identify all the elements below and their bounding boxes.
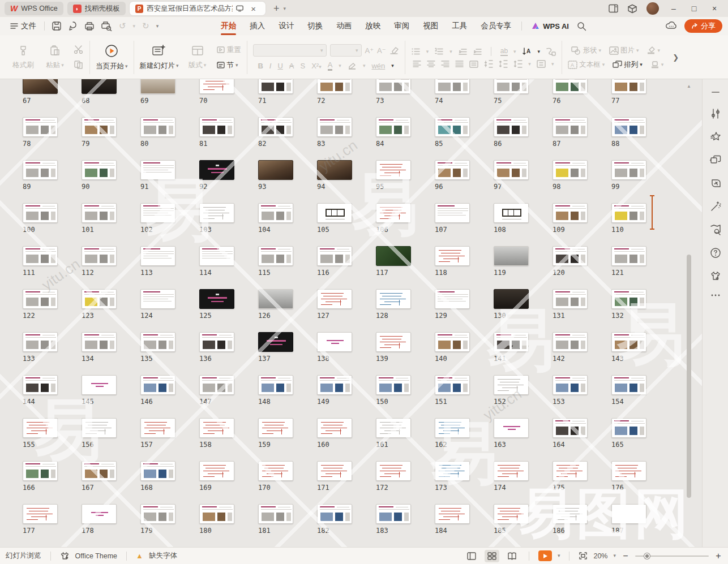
slide-thumbnail-cell[interactable]: 174 — [494, 461, 553, 504]
slide-thumbnail-cell[interactable]: 161 — [376, 418, 435, 461]
slide-thumbnail[interactable] — [611, 504, 646, 524]
slide-thumbnail[interactable] — [199, 160, 234, 180]
slide-thumbnail-cell[interactable]: 133 — [23, 332, 82, 375]
slide-thumbnail[interactable] — [258, 375, 293, 395]
slide-thumbnail-cell[interactable]: 70 — [199, 79, 258, 117]
slide-thumbnail-cell[interactable]: 173 — [435, 461, 494, 504]
slide-thumbnail[interactable] — [140, 332, 175, 352]
slide-thumbnail[interactable] — [23, 375, 58, 395]
slide-thumbnail[interactable] — [435, 504, 470, 524]
slide-thumbnail-cell[interactable]: 87 — [553, 117, 611, 160]
slide-thumbnail-cell[interactable]: 76 — [553, 79, 611, 117]
user-avatar[interactable] — [646, 2, 659, 15]
slide-thumbnail[interactable] — [140, 246, 175, 266]
slide-thumbnail[interactable] — [376, 332, 411, 352]
slide-thumbnail[interactable] — [317, 117, 352, 137]
slide-thumbnail-cell[interactable]: 184 — [435, 504, 494, 547]
zoom-level-value[interactable]: 20% — [593, 552, 607, 560]
navigate-map-icon[interactable] — [710, 224, 721, 235]
slide-thumbnail-cell[interactable]: 129 — [435, 289, 494, 332]
slide-thumbnail-cell[interactable]: 99 — [611, 160, 670, 203]
slide-thumbnail[interactable] — [553, 79, 588, 94]
theme-label[interactable]: Office Theme — [75, 552, 118, 560]
slide-thumbnail-cell[interactable]: 122 — [23, 289, 82, 332]
slide-thumbnail-cell[interactable]: 97 — [494, 160, 553, 203]
slide-thumbnail[interactable] — [376, 203, 411, 223]
slide-thumbnail-cell[interactable]: 90 — [82, 160, 140, 203]
slide-thumbnail[interactable] — [317, 332, 352, 352]
slide-thumbnail[interactable] — [376, 289, 411, 309]
slide-thumbnail-cell[interactable]: 159 — [258, 418, 317, 461]
slide-thumbnail-cell[interactable]: 185 — [494, 504, 553, 547]
slide-thumbnail-cell[interactable]: 126 — [258, 289, 317, 332]
slide-thumbnail-cell[interactable]: 165 — [611, 418, 670, 461]
slide-thumbnail-cell[interactable]: 134 — [82, 332, 140, 375]
slide-thumbnail[interactable] — [23, 504, 58, 524]
slide-thumbnail-cell[interactable]: 158 — [199, 418, 258, 461]
slideshow-options-chevron-icon[interactable]: ▾ — [558, 553, 560, 558]
slide-thumbnail-cell[interactable]: 175 — [553, 461, 611, 504]
slide-thumbnail[interactable] — [82, 160, 117, 180]
slide-thumbnail[interactable] — [199, 289, 234, 309]
slide-thumbnail[interactable] — [140, 418, 175, 438]
slide-thumbnail[interactable] — [317, 246, 352, 266]
slide-thumbnail[interactable] — [494, 461, 529, 481]
slide-thumbnail[interactable] — [23, 418, 58, 438]
slide-thumbnail-cell[interactable]: 127 — [317, 289, 376, 332]
slide-thumbnail-cell[interactable]: 116 — [317, 246, 376, 289]
slide-thumbnail[interactable] — [611, 418, 646, 438]
slide-thumbnail-cell[interactable]: 145 — [82, 375, 140, 418]
close-tab-icon[interactable]: × — [247, 4, 260, 14]
vertical-scrollbar[interactable]: ▲ — [686, 79, 692, 547]
slide-thumbnail[interactable] — [553, 375, 588, 395]
slide-thumbnail[interactable] — [140, 504, 175, 524]
menu-tab[interactable]: 切换 — [301, 18, 329, 34]
slide-thumbnail-cell[interactable]: 128 — [376, 289, 435, 332]
slide-thumbnail[interactable] — [199, 418, 234, 438]
slide-thumbnail[interactable] — [553, 504, 588, 524]
slide-thumbnail[interactable] — [82, 332, 117, 352]
slide-thumbnail[interactable] — [82, 289, 117, 309]
print-preview-icon[interactable] — [101, 21, 112, 31]
zoom-out-button[interactable]: − — [622, 551, 629, 561]
slide-thumbnail-cell[interactable]: 107 — [435, 203, 494, 246]
slide-thumbnail[interactable] — [611, 375, 646, 395]
menu-tab[interactable]: 放映 — [358, 18, 387, 34]
slide-thumbnail[interactable] — [140, 160, 175, 180]
slide-thumbnail[interactable] — [258, 461, 293, 481]
file-menu-button[interactable]: 文件 — [6, 21, 41, 31]
slide-thumbnail[interactable] — [494, 289, 529, 309]
slide-thumbnail-cell[interactable]: 73 — [376, 79, 435, 117]
slide-thumbnail[interactable] — [140, 117, 175, 137]
slide-thumbnail[interactable] — [553, 117, 588, 137]
slide-thumbnail-cell[interactable]: 103 — [199, 203, 258, 246]
slide-thumbnail-cell[interactable]: 109 — [553, 203, 611, 246]
slide-thumbnail[interactable] — [23, 79, 58, 94]
slide-thumbnail-cell[interactable]: 181 — [258, 504, 317, 547]
slide-thumbnail[interactable] — [82, 375, 117, 395]
slide-thumbnail[interactable] — [199, 203, 234, 223]
slide-thumbnail-cell[interactable]: 94 — [317, 160, 376, 203]
slide-thumbnail-cell[interactable]: 67 — [23, 79, 82, 117]
menu-tab[interactable]: 视图 — [416, 18, 445, 34]
slide-thumbnail[interactable] — [199, 375, 234, 395]
slide-thumbnail[interactable] — [611, 160, 646, 180]
slide-thumbnail[interactable] — [494, 79, 529, 94]
slide-thumbnail-cell[interactable]: 149 — [317, 375, 376, 418]
slide-thumbnail-cell[interactable]: 80 — [140, 117, 199, 160]
slide-thumbnail[interactable] — [435, 246, 470, 266]
slide-thumbnail-cell[interactable]: 167 — [82, 461, 140, 504]
slide-thumbnail[interactable] — [435, 332, 470, 352]
slide-thumbnail-cell[interactable]: 141 — [494, 332, 553, 375]
slide-thumbnail[interactable] — [140, 461, 175, 481]
slide-thumbnail-cell[interactable]: 81 — [199, 117, 258, 160]
slide-thumbnail-cell[interactable]: 162 — [435, 418, 494, 461]
slide-thumbnail-cell[interactable]: 131 — [553, 289, 611, 332]
slide-thumbnail-cell[interactable]: 83 — [317, 117, 376, 160]
view-mode-label[interactable]: 幻灯片浏览 — [6, 551, 41, 561]
slide-thumbnail-cell[interactable]: 111 — [23, 246, 82, 289]
slide-thumbnail[interactable] — [376, 117, 411, 137]
slide-thumbnail[interactable] — [611, 332, 646, 352]
slide-thumbnail[interactable] — [494, 117, 529, 137]
slide-thumbnail-cell[interactable]: 170 — [258, 461, 317, 504]
